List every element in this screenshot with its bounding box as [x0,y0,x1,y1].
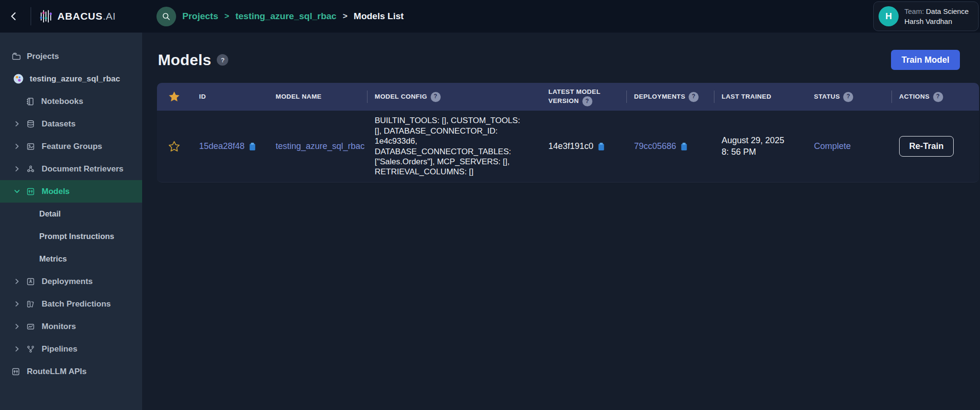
sidebar-item-label: Deployments [42,277,93,286]
team-name: Data Science [926,7,969,15]
column-header-model-config: MODEL CONFIG? [367,92,541,102]
back-button[interactable] [9,11,19,22]
pipelines-icon [26,345,36,353]
sidebar-item-label: Datasets [42,119,76,129]
datasets-icon [26,120,36,128]
star-filled-icon [167,90,181,103]
column-header-status: STATUS? [806,92,891,102]
help-icon[interactable]: ? [431,92,441,102]
sidebar-item-label: Batch Predictions [42,299,111,309]
sidebar-item-label: RouteLLM APIs [27,367,87,376]
chevron-right-icon[interactable] [14,301,21,307]
sidebar-item-label: Metrics [39,254,67,263]
help-icon[interactable]: ? [689,92,699,102]
help-icon[interactable]: ? [217,54,228,66]
latest-model-version-value: 14e3f191c0 [548,141,593,151]
sidebar-item-metrics[interactable]: Metrics [0,248,142,270]
breadcrumb-project-name[interactable]: testing_azure_sql_rbac [235,11,336,22]
column-header-actions: ACTIONS? [891,92,979,102]
help-icon[interactable]: ? [582,96,592,106]
model-id-link[interactable]: 15dea28f48 [199,141,245,151]
sidebar-item-deployments[interactable]: Deployments [0,270,142,293]
breadcrumb-current-page: Models List [354,11,404,22]
column-header-latest-model-version: LATEST MODEL VERSION? [541,87,626,107]
search-icon [162,12,171,21]
sidebar-item-label: Feature Groups [42,142,102,151]
last-trained-cell: August 29, 2025 8: 56 PM [714,135,806,158]
breadcrumb-separator: > [224,11,229,21]
chevron-left-icon [9,11,19,22]
model-name-link[interactable]: testing_azure_sql_rbac [276,141,365,151]
breadcrumb: Projects > testing_azure_sql_rbac > Mode… [156,0,404,33]
user-avatar: H [879,6,899,26]
sidebar-item-projects[interactable]: Projects [0,45,142,68]
logo-text: ABACUS.AI [57,11,116,22]
sidebar-item-label: Detail [39,209,61,218]
project-avatar [13,74,23,84]
table-header-row: ID MODEL NAME MODEL CONFIG? LATEST MODEL… [157,83,979,111]
chevron-right-icon[interactable] [14,143,21,149]
breadcrumb-projects[interactable]: Projects [182,11,218,22]
sidebar-item-feature-groups[interactable]: Feature Groups [0,135,142,158]
sidebar-item-notebooks[interactable]: Notebooks [0,90,142,113]
chevron-down-icon[interactable] [14,188,21,194]
sidebar-item-label: Models [42,187,70,196]
abacus-logo-icon [39,9,53,24]
sidebar-item-routellm-apis[interactable]: RouteLLM APIs [0,360,142,383]
favorite-column-header[interactable] [157,90,191,103]
column-header-deployments: DEPLOYMENTS? [626,92,714,102]
main-content: Models ? Train Model ID MODEL NAME MODEL… [142,33,980,410]
favorite-toggle[interactable] [157,140,191,153]
deployment-id-link[interactable]: 79cc05686 [634,141,676,151]
sidebar-item-batch-predictions[interactable]: Batch Predictions [0,293,142,315]
sidebar-item-detail[interactable]: Detail [0,203,142,225]
table-row: 15dea28f48 testing_azure_sql_rbac BUILTI… [157,111,979,182]
sidebar-item-models[interactable]: Models [0,180,142,203]
model-config-cell: BUILTIN_TOOLS: [], CUSTOM_TOOLS: [], DAT… [367,115,541,177]
copy-icon[interactable] [680,142,688,151]
team-user-card[interactable]: H Team: Data Science Harsh Vardhan [873,1,979,31]
sidebar-item-label: Prompt Instructions [39,232,114,241]
help-icon[interactable]: ? [933,92,943,102]
sidebar-item-label: Document Retrievers [42,164,123,174]
chevron-right-icon[interactable] [14,323,21,330]
chevron-right-icon[interactable] [14,121,21,127]
models-icon [26,187,36,196]
sidebar-item-project[interactable]: testing_azure_sql_rbac [0,68,142,90]
abacus-logo[interactable]: ABACUS.AI [39,9,116,24]
help-icon[interactable]: ? [843,92,853,102]
sidebar-item-document-retrievers[interactable]: Document Retrievers [0,158,142,180]
top-bar: ABACUS.AI Projects > testing_azure_sql_r… [0,0,980,33]
topbar-divider [31,7,31,25]
team-prefix-label: Team: [904,7,924,15]
models-table: ID MODEL NAME MODEL CONFIG? LATEST MODEL… [157,83,979,182]
chevron-right-icon[interactable] [14,278,21,285]
monitors-icon [26,322,36,331]
sidebar-item-prompt-instructions[interactable]: Prompt Instructions [0,225,142,248]
actions-cell: Re-Train [891,136,979,157]
sidebar-item-label: Pipelines [42,344,78,354]
sidebar: Projects testing_azure_sql_rbac Notebook… [0,33,142,410]
page-title: Models [158,51,211,69]
deployments-cell: 79cc05686 [626,141,714,151]
copy-icon[interactable] [598,142,605,151]
feature-groups-icon [26,142,36,151]
routellm-apis-icon [11,367,21,376]
search-button[interactable] [156,7,176,26]
copy-icon[interactable] [249,142,256,151]
sidebar-item-datasets[interactable]: Datasets [0,113,142,135]
chevron-right-icon[interactable] [14,166,21,172]
retrain-button[interactable]: Re-Train [899,136,954,157]
chevron-right-icon[interactable] [14,346,21,352]
status-badge: Complete [806,141,891,151]
star-outline-icon [167,140,181,153]
notebook-icon [26,97,35,106]
batch-predictions-icon [26,300,36,308]
latest-model-version-cell: 14e3f191c0 [541,141,626,151]
sidebar-item-label: Monitors [42,322,76,331]
sidebar-item-pipelines[interactable]: Pipelines [0,338,142,360]
sidebar-item-label: Projects [27,52,59,61]
train-model-button[interactable]: Train Model [891,50,960,70]
sidebar-item-monitors[interactable]: Monitors [0,315,142,338]
document-retrievers-icon [26,165,36,173]
